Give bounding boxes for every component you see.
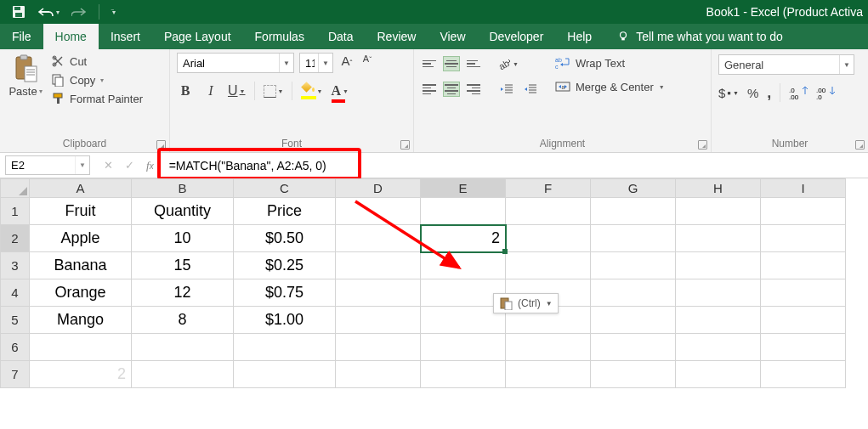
cell[interactable]: Fruit (30, 198, 132, 225)
cell[interactable]: 8 (132, 307, 234, 334)
cell[interactable] (761, 252, 846, 279)
cell[interactable] (132, 361, 234, 388)
cell[interactable] (421, 334, 506, 361)
caret-down-icon[interactable]: ▼ (278, 88, 284, 94)
accounting-format-button[interactable]: $▪▼ (718, 86, 739, 100)
caret-down-icon[interactable]: ▼ (839, 55, 850, 74)
row-header[interactable]: 3 (1, 252, 30, 279)
cell[interactable] (761, 198, 846, 225)
number-format-combo[interactable]: General ▼ (718, 54, 854, 75)
column-header[interactable]: B (132, 179, 234, 198)
font-color-button[interactable]: A▼ (331, 82, 349, 100)
cell[interactable]: 2 (421, 225, 506, 252)
worksheet-grid[interactable]: ABCDEFGHI1FruitQuantityPrice2Apple10$0.5… (0, 178, 846, 388)
percent-format-button[interactable]: % (747, 86, 758, 100)
increase-indent-button[interactable] (521, 82, 540, 97)
enter-formula-icon[interactable]: ✓ (125, 159, 134, 172)
tab-file[interactable]: File (0, 24, 43, 49)
cell[interactable] (506, 198, 591, 225)
caret-down-icon[interactable]: ▼ (659, 84, 665, 90)
row-header[interactable]: 7 (1, 361, 30, 388)
increase-decimal-button[interactable]: .0.00 (789, 86, 808, 99)
cell[interactable]: Banana (30, 252, 132, 279)
font-size-input[interactable] (305, 57, 315, 70)
row-header[interactable]: 1 (1, 198, 30, 225)
formula-bar-input[interactable] (162, 159, 868, 172)
tab-page-layout[interactable]: Page Layout (152, 24, 243, 49)
cell[interactable] (761, 334, 846, 361)
cell[interactable] (591, 198, 676, 225)
cell[interactable] (336, 252, 421, 279)
copy-button[interactable]: Copy ▾ (51, 73, 143, 87)
cell[interactable] (591, 252, 676, 279)
cell[interactable]: Quantity (132, 198, 234, 225)
paste-options-button[interactable]: (Ctrl) ▼ (493, 293, 559, 313)
cell[interactable] (591, 279, 676, 307)
cell[interactable] (30, 334, 132, 361)
tab-formulas[interactable]: Formulas (243, 24, 316, 49)
caret-down-icon[interactable]: ▼ (546, 300, 553, 308)
save-icon[interactable] (12, 5, 26, 19)
caret-down-icon[interactable]: ▼ (279, 54, 290, 72)
cell[interactable] (336, 198, 421, 225)
cell[interactable] (676, 198, 761, 225)
column-header[interactable]: I (761, 179, 846, 198)
cell[interactable]: $0.25 (234, 252, 336, 279)
decrease-decimal-button[interactable]: .00.0 (816, 86, 835, 99)
caret-down-icon[interactable]: ▾ (100, 76, 104, 84)
tab-review[interactable]: Review (366, 24, 428, 49)
cell[interactable] (506, 334, 591, 361)
caret-down-icon[interactable]: ▼ (343, 88, 349, 94)
dialog-launcher-icon[interactable] (400, 140, 410, 150)
cell[interactable] (421, 198, 506, 225)
tab-insert[interactable]: Insert (99, 24, 152, 49)
cell[interactable] (761, 225, 846, 252)
orientation-button[interactable]: ab▼ (497, 54, 519, 73)
cell[interactable] (506, 361, 591, 388)
cell[interactable] (676, 279, 761, 307)
paste-button[interactable]: Paste▾ (7, 53, 44, 98)
redo-button[interactable] (71, 6, 87, 18)
cell[interactable] (676, 307, 761, 334)
cell[interactable] (676, 252, 761, 279)
cell[interactable]: $0.75 (234, 279, 336, 307)
tab-view[interactable]: View (428, 24, 477, 49)
comma-format-button[interactable]: , (767, 84, 771, 102)
tab-help[interactable]: Help (555, 24, 604, 49)
align-bottom-button[interactable] (465, 56, 482, 71)
cell[interactable] (676, 361, 761, 388)
font-name-combo[interactable]: ▼ (177, 53, 294, 73)
cell[interactable]: $1.00 (234, 307, 336, 334)
cell[interactable] (421, 252, 506, 279)
tell-me-search[interactable]: Tell me what you want to do (609, 24, 791, 49)
cell[interactable]: 2 (30, 361, 132, 388)
cell[interactable] (234, 334, 336, 361)
column-header[interactable]: C (234, 179, 336, 198)
cell[interactable]: 15 (132, 252, 234, 279)
cell[interactable] (336, 334, 421, 361)
cancel-formula-icon[interactable]: ✕ (104, 159, 113, 172)
row-header[interactable]: 5 (1, 307, 30, 334)
cell[interactable] (336, 307, 421, 334)
borders-button[interactable]: ▼ (264, 82, 284, 100)
column-header[interactable]: A (30, 179, 132, 198)
name-box-input[interactable] (6, 159, 75, 172)
decrease-indent-button[interactable] (497, 82, 516, 97)
dialog-launcher-icon[interactable] (156, 140, 166, 150)
insert-function-icon[interactable]: fx (146, 159, 154, 172)
cell[interactable] (506, 252, 591, 279)
cell[interactable] (676, 225, 761, 252)
row-header[interactable]: 4 (1, 279, 30, 307)
cell[interactable] (336, 361, 421, 388)
caret-down-icon[interactable]: ▼ (316, 88, 322, 94)
cut-button[interactable]: Cut (51, 54, 143, 68)
tab-data[interactable]: Data (316, 24, 366, 49)
caret-down-icon[interactable]: ▼ (513, 61, 519, 67)
font-size-combo[interactable]: ▼ (299, 53, 333, 73)
cell[interactable] (336, 225, 421, 252)
row-header[interactable]: 2 (1, 225, 30, 252)
fill-color-button[interactable]: ▼ (301, 82, 322, 100)
merge-center-button[interactable]: a Merge & Center ▼ (552, 78, 668, 95)
cell[interactable]: Orange (30, 279, 132, 307)
caret-down-icon[interactable]: ▼ (240, 88, 246, 94)
